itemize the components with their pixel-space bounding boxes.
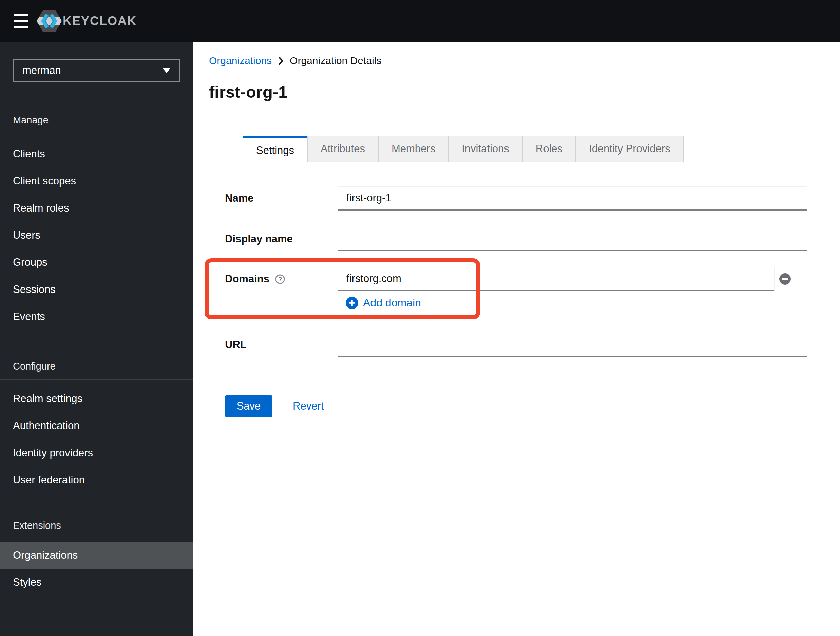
realm-selector-block: merman — [0, 42, 193, 105]
realm-selector[interactable]: merman — [13, 59, 180, 82]
tab-roles[interactable]: Roles — [523, 136, 576, 162]
main-content: Organizations Organization Details first… — [193, 42, 840, 636]
name-label-text: Name — [225, 192, 253, 205]
nav-items-extensions: Organizations Styles — [0, 539, 193, 596]
display-name-row: Display name — [225, 227, 807, 251]
sidebar-item-groups[interactable]: Groups — [0, 249, 193, 276]
menu-bar — [14, 20, 28, 22]
keycloak-logo: KEYCLOAK — [36, 10, 137, 32]
page-title: first-org-1 — [209, 82, 840, 101]
help-icon[interactable]: ? — [275, 274, 285, 285]
brand-text: KEYCLOAK — [63, 14, 137, 28]
tab-invitations[interactable]: Invitations — [448, 136, 523, 162]
tabs: Settings Attributes Members Invitations … — [209, 136, 840, 162]
nav-section-manage: Manage — [0, 105, 193, 135]
menu-icon[interactable] — [14, 14, 28, 28]
sidebar-item-clients[interactable]: Clients — [0, 140, 193, 167]
sidebar-item-user-federation[interactable]: User federation — [0, 466, 193, 494]
nav-items-manage: Clients Client scopes Realm roles Users … — [0, 135, 193, 330]
name-row: Name — [225, 186, 807, 211]
form-actions: Save Revert — [225, 395, 807, 417]
nav-items-configure: Realm settings Authentication Identity p… — [0, 380, 193, 494]
sidebar-item-authentication[interactable]: Authentication — [0, 412, 193, 439]
menu-bar — [14, 14, 28, 16]
minus-circle-icon — [779, 273, 791, 285]
revert-button[interactable]: Revert — [293, 400, 324, 412]
sidebar: merman Manage Clients Client scopes Real… — [0, 42, 193, 636]
sidebar-item-client-scopes[interactable]: Client scopes — [0, 167, 193, 195]
add-domain-label: Add domain — [363, 297, 421, 309]
top-bar: KEYCLOAK — [0, 0, 840, 42]
breadcrumb-chevron-icon — [278, 56, 284, 65]
sidebar-item-sessions[interactable]: Sessions — [0, 276, 193, 303]
name-input[interactable] — [338, 186, 807, 211]
nav-section-configure: Configure — [0, 330, 193, 380]
sidebar-item-styles[interactable]: Styles — [0, 569, 193, 596]
domain-input[interactable] — [338, 267, 775, 291]
sidebar-item-realm-roles[interactable]: Realm roles — [0, 195, 193, 222]
tab-members[interactable]: Members — [378, 136, 448, 162]
name-label: Name — [225, 192, 338, 205]
tab-attributes[interactable]: Attributes — [307, 136, 378, 162]
domains-label: Domains ? — [225, 273, 338, 285]
url-row: URL — [225, 332, 807, 357]
display-name-label-text: Display name — [225, 233, 293, 245]
tabs-leading-spacer — [209, 136, 243, 162]
save-button[interactable]: Save — [225, 395, 272, 417]
domains-row: Domains ? — [225, 267, 807, 291]
domains-group: Domains ? — [225, 267, 807, 310]
display-name-input[interactable] — [338, 227, 807, 251]
svg-text:?: ? — [278, 275, 282, 282]
keycloak-hexagon-icon — [36, 10, 62, 32]
nav-section-extensions: Extensions — [0, 494, 193, 539]
domains-label-text: Domains — [225, 273, 269, 285]
caret-down-icon — [163, 68, 170, 73]
url-label: URL — [225, 338, 338, 351]
breadcrumb: Organizations Organization Details — [209, 55, 840, 67]
tab-settings[interactable]: Settings — [243, 136, 307, 163]
breadcrumb-current: Organization Details — [290, 55, 381, 67]
menu-bar — [14, 26, 28, 28]
remove-domain-button[interactable] — [779, 273, 791, 285]
sidebar-item-organizations[interactable]: Organizations — [0, 542, 193, 569]
organization-settings-form: Name Display name Domains — [225, 186, 807, 417]
tab-identity-providers[interactable]: Identity Providers — [576, 136, 684, 162]
plus-circle-icon — [346, 297, 358, 309]
url-input[interactable] — [338, 332, 807, 357]
breadcrumb-organizations-link[interactable]: Organizations — [209, 55, 272, 67]
sidebar-item-events[interactable]: Events — [0, 303, 193, 330]
realm-selector-value: merman — [22, 65, 61, 77]
url-label-text: URL — [225, 338, 246, 351]
sidebar-item-realm-settings[interactable]: Realm settings — [0, 385, 193, 412]
add-domain-button[interactable]: Add domain — [346, 295, 421, 310]
sidebar-item-users[interactable]: Users — [0, 222, 193, 249]
display-name-label: Display name — [225, 233, 338, 245]
sidebar-item-identity-providers[interactable]: Identity providers — [0, 439, 193, 466]
